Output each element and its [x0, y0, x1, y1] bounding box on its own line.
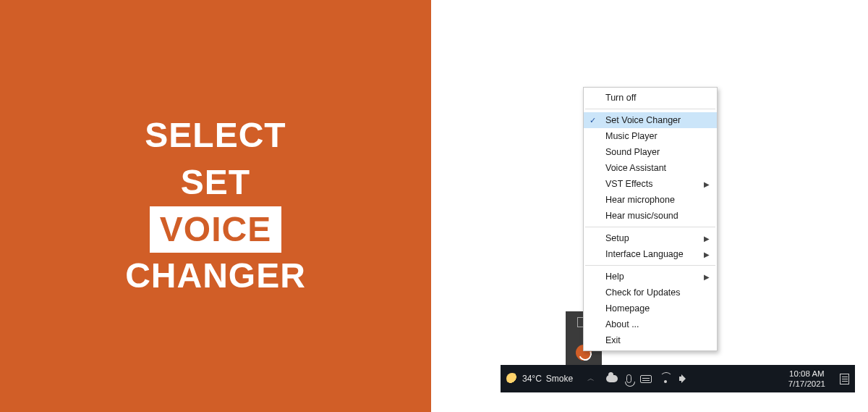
menu-item-label: Hear music/sound	[605, 211, 678, 221]
title-line-3-boxed: VOICE	[150, 206, 281, 253]
onedrive-icon[interactable]	[606, 375, 618, 382]
menu-item-label: Setup	[605, 233, 629, 243]
menu-item-hear-music-sound[interactable]: Hear music/sound	[584, 208, 717, 224]
menu-item-turn-off[interactable]: Turn off	[584, 90, 717, 106]
weather-desc: Smoke	[546, 374, 573, 384]
input-keyboard-icon[interactable]	[640, 375, 652, 383]
menu-item-music-player[interactable]: Music Player	[584, 128, 717, 144]
menu-item-label: Check for Updates	[605, 287, 681, 298]
weather-icon	[506, 373, 518, 384]
tray-icons	[606, 374, 689, 384]
instruction-title: SELECT SET VOICE CHANGER	[125, 112, 306, 300]
menu-item-label: VST Effects	[605, 179, 653, 189]
taskbar-clock[interactable]: 10:08 AM 7/17/2021	[788, 369, 825, 390]
chevron-right-icon: ▶	[704, 180, 710, 188]
menu-item-setup[interactable]: Setup▶	[584, 230, 717, 246]
instruction-panel: SELECT SET VOICE CHANGER	[0, 0, 431, 412]
menu-item-label: Sound Player	[605, 147, 660, 157]
menu-item-voice-assistant[interactable]: Voice Assistant	[584, 160, 717, 176]
speaker-icon[interactable]	[679, 374, 689, 384]
action-center-icon[interactable]	[840, 374, 849, 384]
menu-separator	[585, 265, 715, 266]
title-line-2: SET	[125, 159, 306, 206]
microphone-icon[interactable]	[626, 374, 631, 383]
check-icon: ✓	[590, 116, 596, 125]
weather-temp: 34°C	[522, 374, 542, 384]
taskbar-weather[interactable]: 34°C Smoke	[506, 373, 573, 384]
menu-item-label: About ...	[605, 319, 639, 329]
menu-item-label: Homepage	[605, 303, 650, 314]
show-hidden-icons-button[interactable]: ︿	[587, 374, 595, 384]
menu-item-help[interactable]: Help▶	[584, 269, 717, 285]
title-line-1: SELECT	[125, 112, 306, 159]
menu-item-check-for-updates[interactable]: Check for Updates	[584, 285, 717, 300]
menu-item-interface-language[interactable]: Interface Language▶	[584, 246, 717, 262]
chevron-right-icon: ▶	[704, 235, 710, 243]
menu-item-label: Help	[605, 272, 624, 282]
menu-item-exit[interactable]: Exit	[584, 332, 717, 348]
menu-item-sound-player[interactable]: Sound Player	[584, 144, 717, 160]
menu-item-label: Exit	[605, 335, 621, 345]
menu-item-vst-effects[interactable]: VST Effects▶	[584, 176, 717, 192]
menu-item-label: Interface Language	[605, 249, 684, 259]
menu-item-label: Hear microphone	[605, 195, 675, 205]
chevron-right-icon: ▶	[704, 251, 710, 258]
menu-item-label: Turn off	[605, 93, 636, 103]
menu-item-label: Set Voice Changer	[605, 115, 681, 125]
menu-item-hear-microphone[interactable]: Hear microphone	[584, 192, 717, 208]
menu-separator	[585, 227, 715, 227]
chevron-right-icon: ▶	[704, 273, 710, 281]
menu-item-homepage[interactable]: Homepage	[584, 300, 717, 316]
menu-item-set-voice-changer[interactable]: ✓Set Voice Changer	[584, 112, 717, 128]
title-line-4: CHANGER	[125, 253, 306, 300]
taskbar: 34°C Smoke ︿ 10:08 AM 7/17/2021	[501, 365, 855, 392]
menu-separator	[585, 109, 715, 109]
taskbar-time: 10:08 AM	[788, 369, 825, 379]
wifi-icon[interactable]	[660, 374, 671, 384]
taskbar-date: 7/17/2021	[788, 379, 825, 389]
tray-context-menu: Turn off✓Set Voice ChangerMusic PlayerSo…	[583, 87, 718, 351]
menu-item-label: Music Player	[605, 131, 658, 141]
menu-item-about[interactable]: About ...	[584, 316, 717, 332]
menu-item-label: Voice Assistant	[605, 163, 666, 173]
